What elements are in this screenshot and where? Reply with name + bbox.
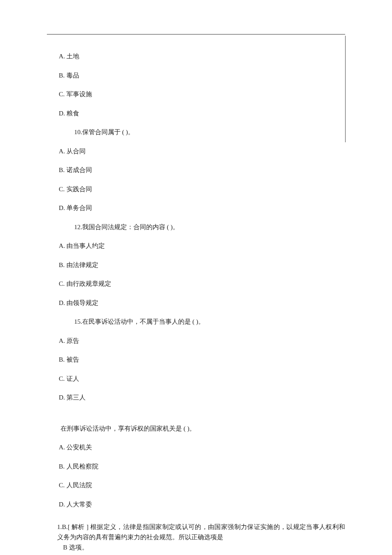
q12-stem: 12.我国合同法规定：合同的内容 ( )。 bbox=[74, 222, 345, 232]
q10-option-a: A. 从合同 bbox=[59, 147, 345, 156]
q15-option-d: D. 第三人 bbox=[59, 393, 345, 403]
qextra-stem: 在刑事诉讼活动中，享有诉权的国家机关是 ( )。 bbox=[61, 424, 345, 434]
q15-option-a: A. 原告 bbox=[59, 336, 345, 346]
q10-option-b: B. 诺成合同 bbox=[59, 165, 345, 175]
q15-stem: 15.在民事诉讼活动中，不属于当事人的是 ( )。 bbox=[74, 317, 345, 327]
qextra-option-d: D. 人大常委 bbox=[59, 500, 345, 509]
q15-option-c: C. 证人 bbox=[59, 374, 345, 384]
qextra-option-b: B. 人民检察院 bbox=[59, 462, 345, 472]
q10-stem: 10.保管合同属于 ( )。 bbox=[74, 127, 345, 137]
q9-option-a: A. 土地 bbox=[59, 52, 345, 61]
q12-option-b: B. 由法律规定 bbox=[59, 260, 345, 270]
q10-option-c: C. 实践合同 bbox=[59, 184, 345, 194]
q12-option-c: C. 由行政规章规定 bbox=[59, 279, 345, 289]
q9-option-b: B. 毒品 bbox=[59, 71, 345, 81]
q9-option-d: D. 粮食 bbox=[59, 109, 345, 118]
margin-vertical-rule bbox=[345, 36, 346, 142]
qextra-option-c: C. 人民法院 bbox=[59, 480, 345, 490]
answer-1-prefix: 1.B.[ 解析 ] 根据定义，法律是指国家制定或认可的，由国家强制力保证实施的… bbox=[57, 522, 345, 542]
document-page: A. 土地 B. 毒品 C. 军事设施 D. 粮食 10.保管合同属于 ( )。… bbox=[0, 0, 392, 555]
answer-1-suffix: B 选项。 bbox=[47, 542, 88, 552]
answer-1: 1.B.[ 解析 ] 根据定义，法律是指国家制定或认可的，由国家强制力保证实施的… bbox=[47, 522, 345, 552]
q10-option-d: D. 单务合同 bbox=[59, 203, 345, 213]
q12-option-d: D. 由领导规定 bbox=[59, 298, 345, 308]
q15-option-b: B. 被告 bbox=[59, 355, 345, 365]
q12-option-a: A. 由当事人约定 bbox=[59, 241, 345, 251]
q9-option-c: C. 军事设施 bbox=[59, 89, 345, 99]
header-rule bbox=[47, 34, 345, 35]
qextra-option-a: A. 公安机关 bbox=[59, 443, 345, 452]
